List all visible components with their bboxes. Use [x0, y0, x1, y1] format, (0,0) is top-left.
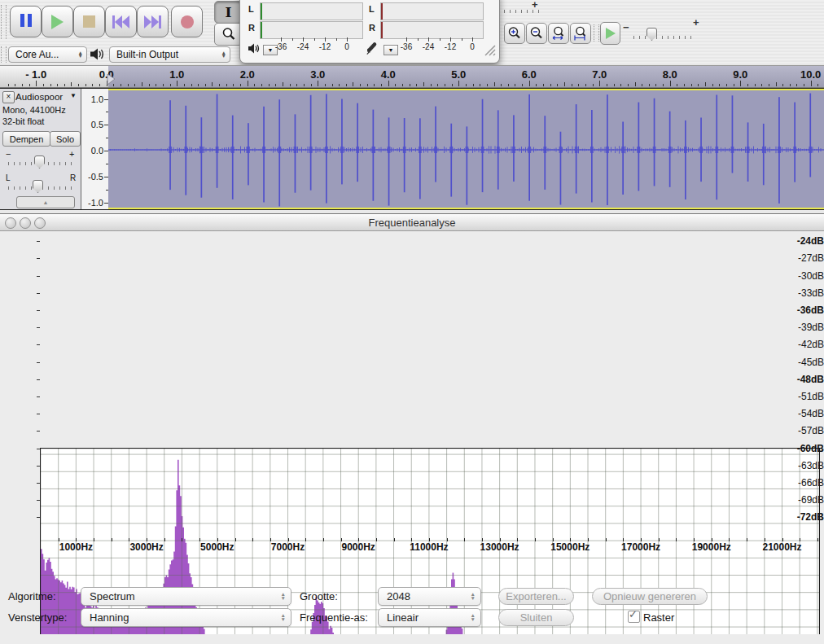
timeline-tick: [311, 84, 312, 86]
solo-button[interactable]: Solo: [50, 131, 81, 147]
timeline-tick: [564, 82, 565, 86]
window-titlebar[interactable]: Frequentieanalyse: [0, 214, 824, 231]
timeline-tick: [156, 84, 156, 86]
zoom-fit-icon: [573, 26, 588, 41]
track-collapse-button[interactable]: ▲: [16, 196, 75, 208]
zoom-fit-button[interactable]: [570, 23, 591, 44]
speaker-icon: [90, 48, 105, 60]
regenerate-button[interactable]: Opnieuw genereren: [592, 588, 708, 605]
meter-scale-number: -12: [315, 42, 335, 51]
db-axis-tick: [37, 431, 40, 432]
timeline-tick: [22, 84, 23, 86]
device-toolbar-grip[interactable]: [1, 46, 7, 63]
hz-axis-label: 1000Hz: [39, 541, 112, 553]
audio-host-select[interactable]: Core Au... ▲▼: [8, 46, 87, 63]
output-device-select[interactable]: Built-in Output ▲▼: [109, 46, 230, 63]
timeline-tick: [734, 84, 734, 86]
speed-slider-track[interactable]: [633, 36, 694, 39]
hz-axis-tick: [765, 538, 765, 541]
meter-indicator: [261, 22, 262, 38]
pan-slider-thumb[interactable]: [33, 180, 43, 193]
hz-axis-tick: [252, 538, 253, 541]
close-icon: ×: [7, 92, 11, 101]
zoom-in-icon: [507, 26, 522, 41]
pan-right-label: R: [70, 173, 76, 182]
timeline-label: 5.0: [451, 68, 466, 81]
zoom-to-selection-button[interactable]: [548, 23, 569, 44]
resize-grip-icon[interactable]: [483, 43, 496, 56]
stop-button[interactable]: [73, 6, 105, 37]
track-format-line1: Mono, 44100Hz: [2, 105, 66, 115]
timeline-tick: [585, 84, 586, 86]
db-axis-label: -66dB: [788, 477, 824, 488]
timeline-label: - 1.0: [25, 68, 46, 81]
export-button[interactable]: Exporteren...: [498, 588, 574, 605]
timeline-tick: [205, 84, 206, 86]
timeline-tick: [790, 84, 791, 86]
timeline-tick: [543, 84, 544, 86]
play-button[interactable]: [42, 6, 73, 37]
zoom-in-button[interactable]: [504, 23, 525, 44]
zoom-tool-button[interactable]: [214, 23, 243, 46]
meter-scale-number: -12: [440, 42, 460, 51]
selection-tool-button[interactable]: I: [214, 1, 243, 24]
pause-button[interactable]: [10, 6, 42, 37]
waveform-display[interactable]: [108, 89, 824, 209]
timeline-tick: [149, 84, 150, 86]
zoom-out-button[interactable]: [526, 23, 547, 44]
chevron-updown-icon: ▲▼: [221, 51, 226, 59]
timeline-tick: [437, 84, 438, 86]
grid-checkbox[interactable]: ✓: [628, 611, 640, 623]
hz-axis-tick: [694, 538, 695, 541]
track-menu-arrow-icon[interactable]: ▼: [70, 92, 77, 99]
timeline-tick: [128, 84, 129, 86]
timeline-tick: [445, 84, 445, 86]
db-axis-tick: [37, 466, 40, 467]
transcription-toolbar-grip[interactable]: [594, 24, 599, 42]
timeline-tick: [642, 84, 642, 86]
mixer-slider-track[interactable]: [498, 10, 541, 13]
rewind-button[interactable]: [105, 6, 137, 37]
timeline-tick: [761, 84, 762, 86]
timeline-tick: [614, 84, 615, 86]
timeline-tick: [318, 81, 318, 86]
amplitude-ruler[interactable]: 1.00.50.0-0.5-1.0: [81, 89, 108, 209]
track-close-button[interactable]: ×: [2, 91, 15, 103]
fast-forward-button[interactable]: [137, 6, 169, 37]
timeline-tick: [275, 84, 276, 86]
playback-meter-right-bar[interactable]: [260, 21, 363, 39]
hz-axis-tick: [394, 538, 395, 541]
algorithm-select[interactable]: Spectrum ▲▼: [81, 587, 291, 606]
close-analysis-button[interactable]: Sluiten: [498, 609, 574, 626]
recording-meter-right-bar[interactable]: [380, 21, 484, 39]
meter-scale-tick: [450, 37, 451, 42]
recording-meter-left-label: L: [369, 4, 375, 14]
algorithm-label: Algoritme:: [8, 590, 56, 602]
hz-axis-tick: [535, 538, 536, 541]
db-axis-tick: [37, 517, 40, 518]
hz-axis-tick: [676, 538, 677, 541]
size-value: 2048: [387, 590, 471, 602]
timeline-ruler[interactable]: - 1.00.01.02.03.04.05.06.07.08.09.010.0: [0, 65, 824, 88]
db-axis-tick: [37, 344, 40, 345]
toolbar-grip[interactable]: [1, 5, 7, 39]
hz-axis-tick: [588, 538, 589, 541]
recording-meter-left-bar[interactable]: [380, 2, 484, 20]
hz-axis-label: 17000Hz: [604, 541, 677, 553]
playback-meter-left-bar[interactable]: [260, 2, 363, 20]
timeline-label: 10.0: [800, 68, 821, 81]
record-button[interactable]: [171, 6, 203, 37]
gain-slider-thumb[interactable]: [34, 156, 45, 169]
hz-axis-tick: [323, 538, 324, 541]
timeline-tick: [254, 84, 255, 86]
frequency-axis-select[interactable]: Lineair ▲▼: [378, 608, 481, 627]
window-type-select[interactable]: Hanning ▲▼: [81, 608, 291, 627]
play-at-speed-button[interactable]: [600, 22, 620, 45]
window-title: Frequentieanalyse: [0, 217, 824, 229]
db-axis-label: -42dB: [788, 339, 824, 350]
meter-indicator: [381, 3, 383, 20]
meter-scale-number: -36: [397, 42, 416, 51]
size-select[interactable]: 2048 ▲▼: [378, 587, 481, 606]
selection-start-marker[interactable]: [107, 74, 116, 85]
mute-button[interactable]: Dempen: [2, 131, 50, 147]
